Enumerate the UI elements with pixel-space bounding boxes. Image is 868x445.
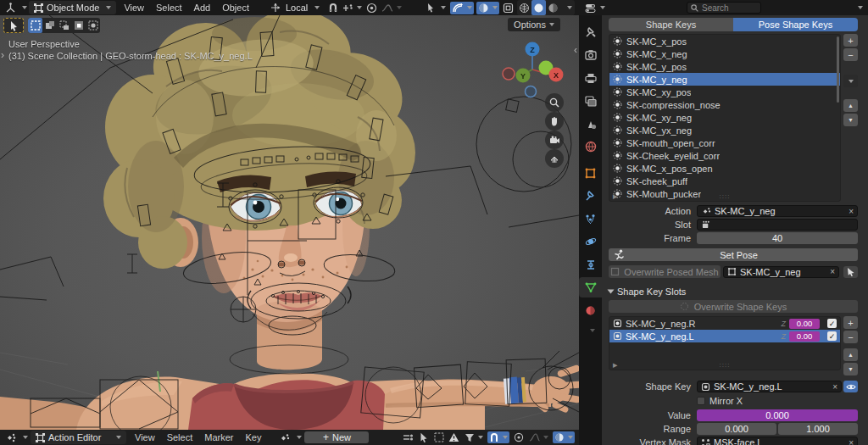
unlink-vertex-mask-icon[interactable]: × — [849, 438, 854, 445]
viewport-canvas[interactable]: User Perspective (31) Scene Collection |… — [0, 15, 579, 430]
slot-value-field[interactable]: 0.00 — [789, 319, 820, 329]
dope-menu-item[interactable]: Marker — [198, 431, 239, 444]
easing-curve-dropdown[interactable] — [527, 432, 550, 442]
shape-key-row[interactable]: SK-mouth_open_corr — [609, 136, 840, 149]
shading-wireframe-icon[interactable] — [517, 0, 531, 15]
tab-world-icon[interactable] — [579, 136, 602, 157]
editor-type-3d-viewport-icon[interactable] — [4, 2, 17, 14]
mode-dropdown[interactable]: Object Mode — [29, 1, 116, 14]
action-field[interactable]: SK-MC_y_neg × — [697, 205, 858, 217]
pan-hand-icon[interactable] — [545, 112, 564, 131]
shape-key-row[interactable]: SK-Cheek_eyelid_corr — [609, 149, 840, 162]
snapping-dropdown[interactable] — [487, 431, 509, 443]
eyedropper-pick-icon[interactable] — [843, 266, 858, 278]
move-shape-key-down-button[interactable]: ▼ — [843, 114, 858, 126]
unlink-action-icon[interactable]: × — [849, 207, 854, 216]
properties-search-box[interactable] — [687, 2, 761, 14]
move-shape-key-up-button[interactable]: ▲ — [843, 99, 858, 112]
shape-key-row[interactable]: SK-cheek_puff — [609, 175, 840, 187]
slot-field[interactable] — [697, 219, 858, 231]
remove-slot-button[interactable]: − — [843, 331, 858, 343]
add-shape-key-button[interactable]: + — [843, 34, 858, 47]
slot-value-field[interactable]: 0.00 — [789, 331, 820, 342]
dope-menu-item[interactable]: Key — [239, 431, 267, 444]
filter-icon-dropdown[interactable] — [463, 432, 485, 443]
unlink-shape-key-icon[interactable]: × — [832, 382, 837, 392]
value-slider[interactable]: 0.000 — [697, 409, 858, 421]
dope-menu-item[interactable]: Select — [161, 431, 199, 444]
tab-constraints-icon[interactable] — [579, 254, 602, 275]
tab-scene-icon[interactable] — [579, 114, 602, 134]
new-action-button[interactable]: +New — [304, 431, 369, 443]
viewport-menu-item[interactable]: Object — [216, 1, 255, 14]
tab-object-icon[interactable] — [579, 163, 602, 183]
box-select-icon[interactable] — [432, 431, 445, 443]
tab-shape-keys[interactable]: Shape Keys — [609, 18, 733, 31]
slot-row[interactable]: SK-MC_y_neg.R Z 0.00 ✓ — [609, 317, 840, 330]
list-scrollbar[interactable] — [837, 36, 839, 103]
list-filter-expand-icon[interactable]: ▸ — [613, 191, 618, 202]
tab-pose-shape-keys[interactable]: Pose Shape Keys — [733, 18, 858, 31]
viewport-menu-item[interactable]: View — [118, 1, 150, 14]
dope-sheet-mode-dropdown[interactable]: Action Editor — [31, 431, 126, 444]
cursor-select-icon[interactable] — [417, 431, 430, 443]
tab-particles-icon[interactable] — [579, 209, 602, 229]
active-tool-tweak-icon[interactable] — [3, 18, 24, 33]
shape-key-row[interactable]: SK-MC_x_neg — [609, 47, 840, 60]
shape-key-row[interactable]: SK-MC_y_neg — [609, 73, 840, 86]
shape-key-row[interactable]: SK-compression_nose — [609, 98, 840, 111]
tab-strip-overflow-chevron[interactable] — [579, 320, 602, 341]
toggle-xray-icon[interactable] — [502, 2, 515, 14]
slot-row[interactable]: SK-MC_y_neg.L Z 0.00 ✓ — [609, 330, 840, 342]
shading-material-icon[interactable] — [546, 0, 560, 15]
viewport-menu-item[interactable]: Select — [150, 1, 188, 14]
slots-filter-expand-icon[interactable]: ▸ — [613, 359, 618, 370]
tab-tool-icon[interactable] — [579, 22, 602, 42]
shading-solid-icon[interactable] — [531, 0, 546, 15]
slots-resize-grip[interactable]: :::: — [720, 361, 731, 369]
shape-key-field[interactable]: SK-MC_y_neg.L × — [697, 381, 842, 392]
auto-snap-dropdown[interactable] — [553, 431, 575, 443]
overwrite-shape-keys-button[interactable]: Overwrite Shape Keys — [609, 300, 858, 313]
editor-type-properties-icon[interactable] — [584, 2, 597, 14]
add-slot-button[interactable]: + — [843, 316, 858, 329]
tab-output-icon[interactable] — [579, 68, 602, 88]
sidebar-collapse-arrow[interactable]: ‹ — [574, 44, 577, 56]
snap-target-dropdown[interactable] — [341, 3, 364, 14]
range-max-field[interactable]: 1.000 — [778, 423, 858, 435]
shape-key-row[interactable]: SK-MC_x_pos_open — [609, 162, 840, 175]
range-min-field[interactable]: 0.000 — [697, 423, 776, 435]
remove-shape-key-button[interactable]: − — [843, 48, 858, 61]
set-pose-button[interactable]: Set Pose — [609, 248, 858, 261]
navigation-gizmo[interactable]: Z Y X — [501, 39, 564, 98]
proportional-edit-icon[interactable] — [512, 431, 525, 443]
unlink-posed-mesh-icon[interactable]: × — [830, 267, 835, 276]
visibility-eye-icon[interactable] — [843, 381, 858, 392]
search-input[interactable] — [702, 3, 753, 13]
select-mode-invert-icon[interactable] — [71, 18, 86, 33]
list-resize-grip[interactable]: :::: — [720, 192, 731, 200]
slot-enabled-checkbox[interactable]: ✓ — [827, 331, 837, 341]
proportional-falloff-dropdown[interactable] — [380, 3, 403, 14]
vertex-mask-field[interactable]: MSK-face.L × — [697, 437, 858, 445]
only-errors-warning-icon[interactable] — [448, 431, 460, 443]
overwrite-posed-mesh-button[interactable]: Overwrite Posed Mesh — [609, 265, 721, 278]
shading-rendered-dropdown[interactable] — [560, 0, 575, 15]
camera-view-icon[interactable] — [545, 131, 564, 149]
properties-filter-dropdown[interactable] — [854, 6, 863, 9]
snap-magnet-icon[interactable] — [326, 2, 339, 14]
shape-key-row[interactable]: SK-MC_xy_pos — [609, 86, 840, 98]
select-mode-intersect-icon[interactable] — [86, 18, 100, 33]
tab-object-data-icon[interactable] — [579, 277, 602, 298]
move-slot-up-button[interactable]: ▲ — [843, 348, 858, 361]
shape-key-row[interactable]: SK-MC_xy_neg — [609, 111, 840, 124]
transform-orientation-dropdown[interactable]: Local — [264, 0, 325, 15]
select-mode-set-icon[interactable] — [28, 18, 42, 33]
shape-key-row[interactable]: SK-MC_y_pos — [609, 60, 840, 73]
select-mode-subtract-icon[interactable] — [57, 18, 71, 33]
shape-key-slots-section-header[interactable]: Shape Key Slots — [609, 286, 858, 298]
select-mode-extend-icon[interactable] — [42, 18, 57, 33]
zoom-tool-icon[interactable] — [545, 93, 564, 112]
shape-key-row[interactable]: SK-MC_x_pos — [609, 35, 840, 47]
tab-physics-icon[interactable] — [579, 231, 602, 252]
